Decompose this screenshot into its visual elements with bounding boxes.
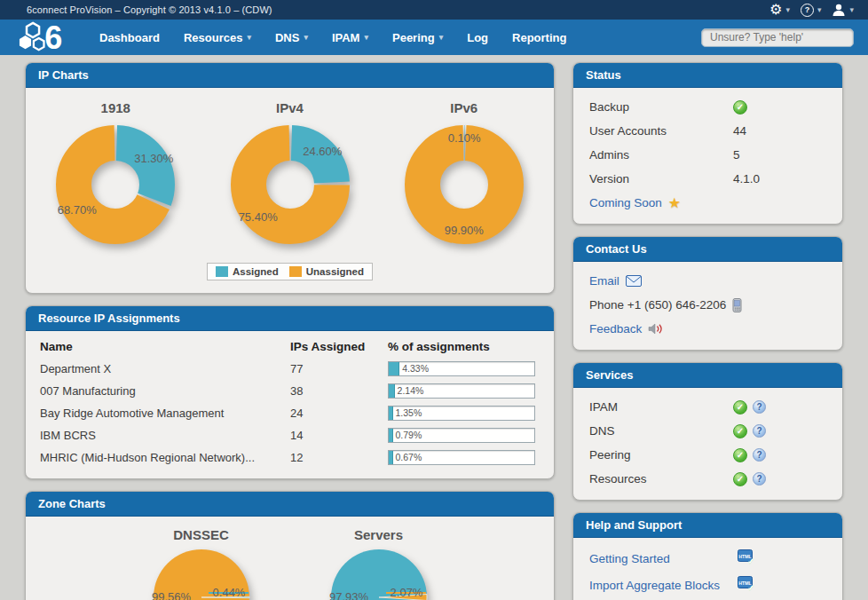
help-circle-icon[interactable]: ? bbox=[753, 448, 766, 462]
ip-charts-row: 1918 31.30%68.70% IPv4 24.60%75.40% IPv6… bbox=[26, 88, 554, 261]
html-doc-icon[interactable]: HTML ✓ bbox=[738, 576, 754, 594]
panel-title: IP Charts bbox=[26, 63, 554, 88]
app-title: 6connect ProVision – Copyright © 2013 v4… bbox=[27, 4, 759, 15]
services-panel: Services IPAM ✓? DNS ✓? Peering ✓? Resou… bbox=[572, 362, 843, 501]
ip-charts-panel: IP Charts 1918 31.30%68.70% IPv4 24.60%7… bbox=[25, 62, 555, 294]
svg-text:0.44%: 0.44% bbox=[212, 586, 245, 599]
main-nav: 6 Dashboard Resources▾ DNS▾ IPAM▾ Peerin… bbox=[0, 20, 868, 55]
left-column: IP Charts 1918 31.30%68.70% IPv4 24.60%7… bbox=[25, 62, 555, 600]
zone-charts-panel: Zone Charts DNSSEC 99.56%0.44% Servers 9… bbox=[25, 491, 555, 600]
legend-unassigned: Unassigned bbox=[289, 266, 364, 277]
coming-soon-row: Coming Soon ★ bbox=[573, 191, 842, 215]
help-row-import-aggregate: Import Aggregate Blocks HTML ✓ bbox=[573, 572, 842, 598]
svg-text:24.60%: 24.60% bbox=[303, 145, 343, 158]
getting-started-link[interactable]: Getting Started bbox=[589, 552, 738, 565]
speaker-icon bbox=[648, 323, 663, 335]
sixconnect-logo[interactable]: 6 bbox=[16, 20, 85, 54]
help-circle-icon[interactable]: ? bbox=[753, 472, 766, 486]
envelope-icon[interactable] bbox=[626, 275, 642, 287]
donut-chart-ipv4: IPv4 24.60%75.40% bbox=[206, 91, 375, 261]
status-row-user-accounts: User Accounts 44 bbox=[573, 119, 842, 143]
column-header-ips: IPs Assigned bbox=[290, 333, 388, 358]
chevron-down-icon: ▾ bbox=[849, 6, 854, 14]
settings-menu[interactable]: ⚙ ▾ bbox=[769, 3, 790, 17]
resource-assignments-panel: Resource IP Assignments Name IPs Assigne… bbox=[25, 305, 555, 479]
table-row: Department X774.33% bbox=[40, 358, 540, 380]
unassigned-swatch bbox=[289, 266, 302, 277]
assigned-swatch bbox=[216, 266, 228, 277]
help-menu[interactable]: ? ▾ bbox=[801, 4, 822, 17]
check-circle-icon: ✓ bbox=[733, 400, 747, 414]
resource-name: Bay Ridge Automotive Management bbox=[40, 402, 290, 424]
resource-name: IBM BCRS bbox=[40, 424, 290, 446]
help-row-getting-started: Getting Started HTML ✓ bbox=[573, 545, 842, 572]
feedback-link[interactable]: Feedback bbox=[589, 322, 642, 336]
svg-text:2.07%: 2.07% bbox=[390, 586, 422, 599]
panel-title: Help and Support bbox=[573, 513, 842, 538]
panel-title: Services bbox=[573, 363, 842, 388]
table-row: Bay Ridge Automotive Management241.35% bbox=[40, 402, 540, 424]
search-input[interactable] bbox=[701, 28, 854, 47]
resource-name: MHRIC (Mid-Hudson Regional Network)... bbox=[40, 446, 290, 469]
chevron-down-icon: ▾ bbox=[785, 6, 790, 14]
status-row-backup: Backup ✓ bbox=[573, 95, 842, 119]
svg-text:31.30%: 31.30% bbox=[134, 152, 174, 165]
import-aggregate-blocks-link[interactable]: Import Aggregate Blocks bbox=[589, 579, 738, 592]
table-row: MHRIC (Mid-Hudson Regional Network)...12… bbox=[40, 446, 540, 469]
nav-peering[interactable]: Peering▾ bbox=[392, 31, 443, 44]
svg-text:6: 6 bbox=[44, 20, 62, 54]
email-link[interactable]: Email bbox=[589, 274, 619, 288]
svg-text:✓: ✓ bbox=[747, 583, 754, 592]
svg-text:97.93%: 97.93% bbox=[328, 590, 368, 600]
svg-text:68.70%: 68.70% bbox=[58, 203, 98, 217]
account-menu[interactable]: ▾ bbox=[832, 4, 854, 16]
ips-assigned: 12 bbox=[290, 446, 388, 469]
contact-feedback-row: Feedback bbox=[573, 317, 842, 341]
check-circle-icon: ✓ bbox=[733, 448, 747, 462]
service-row-ipam: IPAM ✓? bbox=[573, 395, 842, 419]
resource-name: 007 Manufacturing bbox=[40, 380, 290, 402]
nav-ipam[interactable]: IPAM▾ bbox=[332, 31, 368, 44]
chevron-down-icon: ▾ bbox=[817, 6, 822, 14]
nav-resources[interactable]: Resources▾ bbox=[184, 31, 251, 44]
ips-assigned: 24 bbox=[290, 402, 388, 424]
svg-text:99.56%: 99.56% bbox=[151, 590, 191, 600]
nav-log[interactable]: Log bbox=[467, 31, 488, 44]
nav-dashboard[interactable]: Dashboard bbox=[99, 31, 160, 44]
assignment-bar: 2.14% bbox=[388, 383, 535, 399]
hexagon-logo-icon: 6 bbox=[16, 20, 85, 54]
pie-servers-svg: 97.93%2.07% bbox=[290, 542, 468, 600]
zone-charts-row: DNSSEC 99.56%0.44% Servers 97.93%2.07% bbox=[26, 517, 554, 600]
right-column: Status Backup ✓ User Accounts 44 Admins … bbox=[572, 62, 843, 600]
donut-ipv4-svg: 24.60%75.40% bbox=[206, 115, 375, 261]
column-header-pct: % of assignments bbox=[388, 333, 540, 358]
gear-icon: ⚙ bbox=[769, 3, 782, 17]
mobile-phone-icon bbox=[732, 298, 742, 312]
legend-assigned: Assigned bbox=[216, 266, 279, 277]
chevron-down-icon: ▾ bbox=[364, 34, 368, 42]
resource-name: Department X bbox=[40, 358, 290, 380]
panel-title: Resource IP Assignments bbox=[26, 306, 554, 331]
panel-title: Status bbox=[573, 63, 842, 88]
donut-1918-svg: 31.30%68.70% bbox=[31, 115, 200, 261]
ips-assigned: 38 bbox=[290, 380, 388, 402]
check-circle-icon: ✓ bbox=[733, 424, 747, 438]
donut-ipv6-svg: 0.10%99.90% bbox=[380, 115, 548, 261]
help-circle-icon[interactable]: ? bbox=[753, 400, 766, 414]
nav-dns[interactable]: DNS▾ bbox=[275, 31, 308, 44]
assignment-bar: 0.79% bbox=[388, 428, 535, 443]
coming-soon-link[interactable]: Coming Soon bbox=[589, 196, 662, 209]
donut-chart-ipv6: IPv6 0.10%99.90% bbox=[380, 91, 548, 261]
svg-text:99.90%: 99.90% bbox=[445, 224, 485, 237]
help-support-panel: Help and Support Getting Started HTML ✓ … bbox=[572, 512, 843, 600]
pie-dnssec-svg: 99.56%0.44% bbox=[113, 542, 290, 600]
table-row: IBM BCRS140.79% bbox=[40, 424, 540, 446]
status-row-version: Version 4.1.0 bbox=[573, 167, 842, 191]
user-icon bbox=[832, 4, 846, 16]
nav-reporting[interactable]: Reporting bbox=[512, 31, 566, 44]
donut-chart-1918: 1918 31.30%68.70% bbox=[31, 91, 200, 261]
service-row-peering: Peering ✓? bbox=[573, 443, 842, 467]
help-circle-icon[interactable]: ? bbox=[753, 424, 766, 438]
html-doc-icon[interactable]: HTML ✓ bbox=[738, 549, 754, 567]
contact-email-row: Email bbox=[573, 269, 842, 293]
